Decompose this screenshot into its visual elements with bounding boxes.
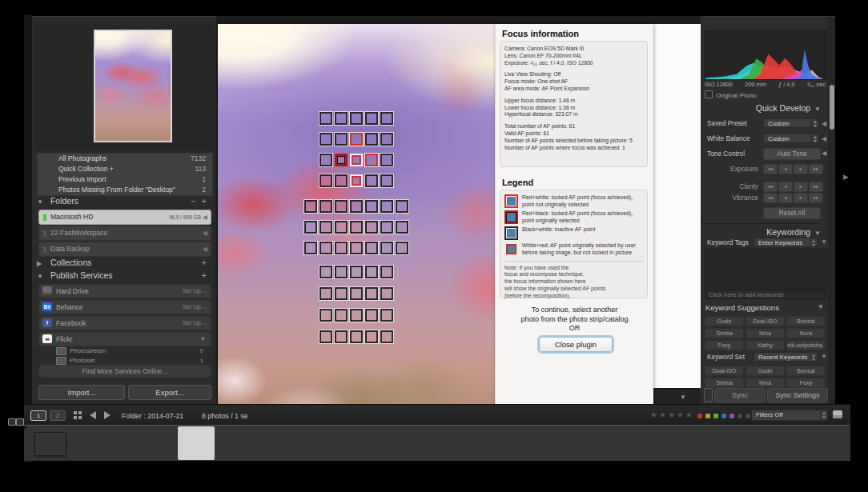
publish-services-header[interactable]: ▼ Publish Services + (37, 270, 211, 282)
service-row-behance[interactable]: Bē Behance Set Up... (38, 300, 211, 314)
service-setup-link[interactable]: Set Up... (183, 317, 206, 330)
filters-select[interactable]: Filters Off ▲▼ (751, 410, 828, 421)
second-window-button[interactable]: 2 (50, 410, 66, 421)
keyword-set-button[interactable]: Dual-ISO (705, 366, 744, 376)
qd-exposure-step-button[interactable]: ▸ (794, 164, 808, 174)
qd-exposure-step-button[interactable]: ◂ (778, 164, 793, 174)
keyword-suggestion-button[interactable]: Nora (786, 328, 826, 338)
color-label-swatch[interactable] (713, 413, 719, 419)
export-button[interactable]: Export... (128, 385, 211, 400)
volume-collapse-icon[interactable]: ◀ (203, 242, 207, 256)
keyword-set-button[interactable]: Foxy (786, 378, 826, 388)
color-label-swatch[interactable] (745, 413, 751, 419)
keyword-suggestions-header[interactable]: Keyword Suggestions ▼ (705, 303, 826, 312)
add-keywords-field[interactable]: Click here to add keywords (705, 290, 826, 299)
keyword-suggestion-button[interactable]: Godo (705, 316, 744, 326)
qd-vibrance-step-button[interactable]: ◂ (778, 193, 793, 203)
folder-breadcrumb[interactable]: Folder : 2014-07-21 (122, 412, 183, 420)
main-window-button[interactable]: 1 (30, 410, 46, 421)
folders-header[interactable]: ▼ Folders − + (37, 196, 211, 208)
select-stepper-icon[interactable]: ▲▼ (811, 119, 818, 127)
qd-exposure-step-button[interactable]: ◂◂ (763, 164, 778, 174)
keyword-suggestion-button[interactable]: nik-outputsha... (786, 340, 826, 350)
keyword-suggestion-button[interactable]: Bonsai (786, 316, 826, 326)
publish-services-add-button[interactable]: + (202, 270, 208, 280)
qd-vibrance-step-button[interactable]: ▸▸ (809, 193, 823, 203)
keyword-set-button[interactable]: Nina (745, 378, 785, 388)
keyword-tags-select[interactable]: Enter Keywords ▲▼ (753, 238, 818, 247)
color-label-swatch[interactable] (729, 413, 735, 419)
keyword-suggestion-button[interactable]: Dual-ISO (745, 316, 785, 326)
tone-control-expand-icon[interactable]: ◀ (822, 150, 826, 157)
qd-vibrance-step-button[interactable]: ▸ (794, 193, 808, 203)
color-label-swatch[interactable] (697, 413, 703, 419)
qd-clarity-step-button[interactable]: ▸ (794, 182, 808, 192)
catalog-item-quick-collection[interactable]: Quick Collection + 113 (38, 164, 212, 174)
keyword-text-area[interactable] (705, 249, 827, 290)
filter-lock-icon[interactable] (833, 410, 842, 418)
keyword-set-button[interactable]: Simba (705, 378, 744, 388)
white-balance-select[interactable]: Custom ▲▼ (763, 134, 819, 143)
select-stepper-icon[interactable]: ▲▼ (811, 134, 818, 142)
service-row-facebook[interactable]: f Facebook Set Up... (38, 316, 211, 330)
catalog-item-previous-import[interactable]: Previous Import 1 (38, 174, 212, 185)
original-photo-checkbox-row[interactable]: Original Photo (705, 90, 757, 99)
keyword-suggestion-button[interactable]: Foxy (705, 340, 744, 350)
flickr-photostream-row[interactable]: Photostream 0 (56, 346, 210, 355)
saved-preset-expand-icon[interactable]: ◀ (822, 120, 826, 127)
catalog-item-photos-missing[interactable]: Photos Missing From Folder "Desktop" 2 (38, 185, 212, 195)
right-panel-scrollbar-thumb[interactable] (830, 85, 834, 130)
select-stepper-icon[interactable]: ▲▼ (810, 238, 817, 246)
qd-clarity-step-button[interactable]: ▸▸ (809, 182, 823, 192)
keyword-suggestion-button[interactable]: Kathy (745, 340, 785, 350)
close-plugin-button[interactable]: Close plugin (539, 337, 613, 352)
keyword-tags-collapse-icon[interactable]: ▼ (821, 238, 827, 246)
find-more-services-button[interactable]: Find More Services Online... (38, 365, 211, 378)
histogram[interactable] (705, 30, 827, 80)
saved-preset-select[interactable]: Custom ▲▼ (763, 118, 819, 128)
reset-all-button[interactable]: Reset All (763, 207, 821, 219)
scroll-down-icon[interactable]: ▼ (680, 394, 686, 401)
service-row-hard-drive[interactable]: Hard Drive Set Up... (38, 284, 211, 298)
panel-collapse-icon[interactable]: ▼ (814, 230, 821, 237)
right-panel-scrollbar[interactable] (828, 17, 835, 405)
original-photo-checkbox[interactable] (705, 90, 713, 98)
auto-tone-button[interactable]: Auto Tone (763, 148, 821, 160)
volume-row-macintosh-hd[interactable]: Macintosh HD 96,5 / 698 GB ◀ (38, 210, 211, 225)
keywording-header[interactable]: Keywording▼ (701, 223, 821, 237)
sync-toggle-switch[interactable] (704, 388, 713, 402)
show-panel-arrow-icon[interactable]: ▶ (843, 173, 849, 181)
volume-row-data-backup[interactable]: Data Backup ◀ (38, 242, 211, 257)
volume-collapse-icon[interactable]: ◀ (203, 226, 207, 240)
service-setup-link[interactable]: Set Up... (183, 285, 206, 298)
color-label-swatch[interactable] (705, 413, 711, 419)
keyword-set-button[interactable]: Bonsai (786, 366, 826, 376)
navigator-preview-image[interactable] (94, 30, 172, 142)
keyword-suggestion-button[interactable]: Simba (705, 328, 744, 338)
sync-button[interactable]: Sync (714, 388, 766, 402)
catalog-item-all-photographs[interactable]: All Photographs 7132 (38, 154, 212, 164)
qd-vibrance-step-button[interactable]: ◂◂ (763, 193, 778, 203)
select-stepper-icon[interactable]: ▲▼ (810, 353, 817, 361)
qd-clarity-step-button[interactable]: ◂ (778, 182, 793, 192)
import-button[interactable]: Import... (38, 385, 125, 400)
qd-clarity-step-button[interactable]: ◂◂ (763, 182, 778, 192)
grid-view-icon[interactable] (74, 411, 77, 414)
color-label-swatch[interactable] (721, 413, 727, 419)
sync-settings-button[interactable]: Sync Settings (767, 388, 828, 402)
next-photo-arrow-icon[interactable] (104, 411, 111, 419)
filmstrip-thumb-8[interactable] (24, 426, 26, 427)
filmstrip-thumb-1[interactable] (34, 432, 66, 456)
volume-collapse-icon[interactable]: ◀ (203, 210, 207, 224)
quick-develop-header[interactable]: Quick Develop▼ (701, 103, 821, 113)
service-row-flickr[interactable]: ●● Flickr ▼ (38, 332, 211, 346)
keyword-set-select[interactable]: Recent Keywords ▲▼ (753, 352, 818, 362)
rating-filter-stars[interactable]: ★★★★★ (650, 410, 694, 419)
volume-row-fastworkspace[interactable]: 22-FastWorkspace ◀ (38, 226, 211, 241)
previous-photo-arrow-icon[interactable] (90, 411, 96, 419)
flickr-photoset-row[interactable]: Photoset 1 (56, 356, 210, 365)
collections-add-button[interactable]: + (202, 258, 208, 267)
qd-exposure-step-button[interactable]: ▸▸ (809, 164, 823, 174)
collections-header[interactable]: ▶ Collections + (37, 258, 211, 270)
panel-collapse-icon[interactable]: ▼ (818, 303, 824, 310)
